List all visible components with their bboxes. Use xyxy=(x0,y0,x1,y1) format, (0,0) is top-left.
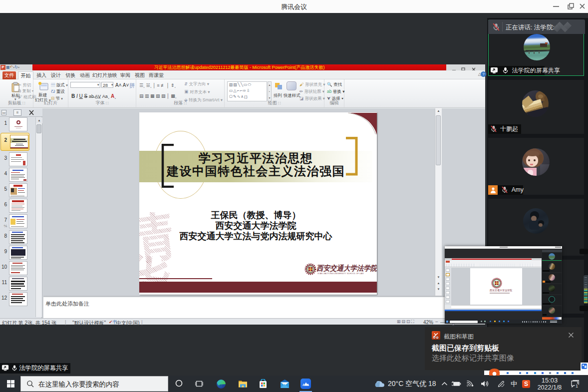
svg-text:1: 1 xyxy=(576,384,578,388)
